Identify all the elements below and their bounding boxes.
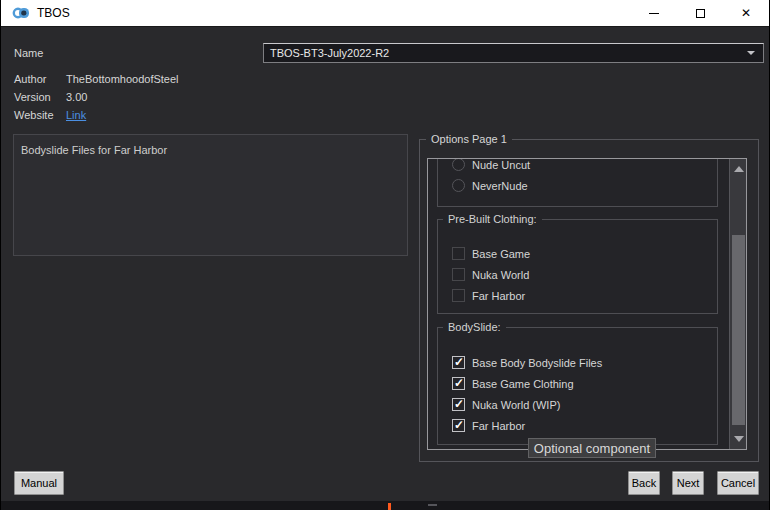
mod-name-dropdown[interactable]: TBOS-BT3-July2022-R2 xyxy=(263,43,764,63)
checkbox-icon xyxy=(452,398,465,411)
checkbox-option-base-body-bodyslide-files[interactable]: Base Body Bodyslide Files xyxy=(438,352,717,373)
app-icon xyxy=(12,7,30,19)
author-value: TheBottomhoodofSteel xyxy=(66,73,179,85)
checkbox-option-nuka-world[interactable]: Nuka World xyxy=(438,264,717,285)
name-label: Name xyxy=(14,47,43,59)
radio-group-body-type: Nude Uncut NeverNude xyxy=(437,158,718,207)
options-scroll-content: Nude Uncut NeverNude Pre-Built Clothing:… xyxy=(437,159,718,445)
description-box: Bodyslide Files for Far Harbor xyxy=(13,134,408,256)
fomod-installer-window: TBOS ✕ Name TBOS-BT3-July2022-R2 Author … xyxy=(0,0,770,510)
checkbox-label: Base Body Bodyslide Files xyxy=(472,357,602,369)
maximize-button[interactable] xyxy=(677,0,723,26)
checkbox-label: Nuka World (WIP) xyxy=(472,399,560,411)
checkbox-label: Nuka World xyxy=(472,269,529,281)
scroll-down-icon xyxy=(734,436,744,442)
checkbox-option-nuka-world-wip[interactable]: Nuka World (WIP) xyxy=(438,394,717,415)
maximize-icon xyxy=(696,9,705,18)
manual-button[interactable]: Manual xyxy=(14,471,64,495)
description-text: Bodyslide Files for Far Harbor xyxy=(21,144,167,156)
mod-name-value: TBOS-BT3-July2022-R2 xyxy=(270,47,747,59)
checkbox-icon xyxy=(452,247,465,260)
radio-icon xyxy=(452,158,465,171)
radio-label: Nude Uncut xyxy=(472,159,530,171)
checkbox-option-far-harbor[interactable]: Far Harbor xyxy=(438,285,717,306)
radio-option-nude-uncut[interactable]: Nude Uncut xyxy=(438,158,717,175)
tooltip: Optional component xyxy=(528,438,656,458)
version-value: 3.00 xyxy=(66,91,87,103)
underlying-app-edge xyxy=(1,501,769,510)
scroll-up-button[interactable] xyxy=(730,159,747,179)
checkbox-option-base-game[interactable]: Base Game xyxy=(438,243,717,264)
radio-label: NeverNude xyxy=(472,180,528,192)
vertical-scrollbar[interactable] xyxy=(729,159,746,449)
group-bodyslide: BodySlide: Base Body Bodyslide Files Bas… xyxy=(437,327,718,445)
gray-marker xyxy=(428,504,437,506)
checkbox-icon xyxy=(452,268,465,281)
checkbox-icon xyxy=(452,377,465,390)
chevron-down-icon xyxy=(747,51,755,55)
options-scroll-area[interactable]: Nude Uncut NeverNude Pre-Built Clothing:… xyxy=(427,158,747,450)
orange-marker xyxy=(388,503,391,510)
close-button[interactable]: ✕ xyxy=(723,0,769,26)
window-title: TBOS xyxy=(37,6,70,20)
radio-option-nevernude[interactable]: NeverNude xyxy=(438,175,717,196)
group-bodyslide-label: BodySlide: xyxy=(443,321,506,333)
scrollbar-thumb[interactable] xyxy=(732,235,745,425)
checkbox-icon xyxy=(452,289,465,302)
checkbox-label: Base Game xyxy=(472,248,530,260)
next-button[interactable]: Next xyxy=(672,471,704,495)
back-button[interactable]: Back xyxy=(628,471,660,495)
options-page-title: Options Page 1 xyxy=(426,133,512,145)
cancel-button[interactable]: Cancel xyxy=(717,471,759,495)
checkbox-icon xyxy=(452,419,465,432)
website-link[interactable]: Link xyxy=(66,109,86,121)
title-bar: TBOS ✕ xyxy=(1,0,769,27)
checkbox-label: Base Game Clothing xyxy=(472,378,574,390)
options-page-groupbox: Options Page 1 Nude Uncut NeverNude xyxy=(419,139,759,462)
minimize-button[interactable] xyxy=(631,0,677,26)
group-prebuilt-clothing-label: Pre-Built Clothing: xyxy=(443,213,542,225)
minimize-icon xyxy=(649,13,659,14)
scroll-down-button[interactable] xyxy=(730,429,747,449)
group-prebuilt-clothing: Pre-Built Clothing: Base Game Nuka World… xyxy=(437,219,718,314)
website-label: Website xyxy=(14,109,54,121)
radio-icon xyxy=(452,179,465,192)
checkbox-label: Far Harbor xyxy=(472,420,525,432)
checkbox-option-base-game-clothing[interactable]: Base Game Clothing xyxy=(438,373,717,394)
checkbox-option-far-harbor-bodyslide[interactable]: Far Harbor xyxy=(438,415,717,436)
version-label: Version xyxy=(14,91,51,103)
checkbox-icon xyxy=(452,356,465,369)
scroll-up-icon xyxy=(734,166,744,172)
checkbox-label: Far Harbor xyxy=(472,290,525,302)
author-label: Author xyxy=(14,73,46,85)
close-icon: ✕ xyxy=(741,7,751,19)
